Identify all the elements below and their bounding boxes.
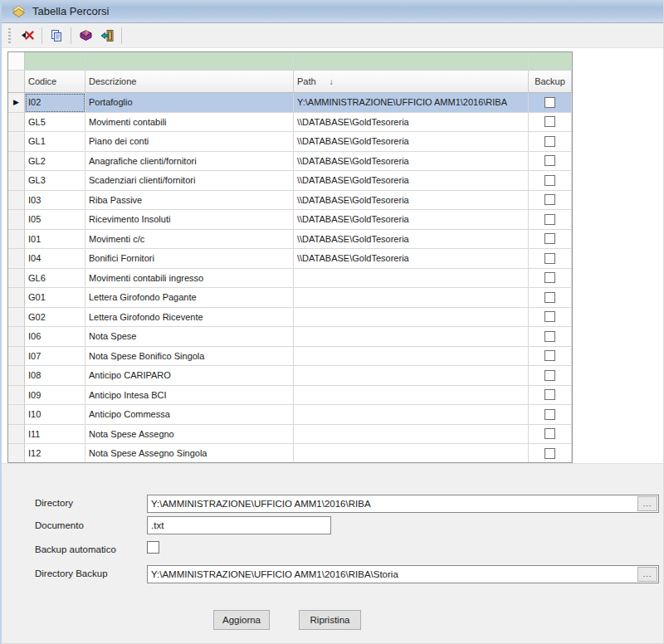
table-row[interactable]: G02Lettera Girofondo Ricevente (8, 308, 572, 328)
cell-backup[interactable] (529, 425, 572, 445)
directory-input[interactable] (148, 495, 637, 512)
cell-backup[interactable] (529, 366, 572, 386)
cell-path[interactable]: \\DATABASE\GoldTesoreria (294, 191, 529, 211)
table-row[interactable]: GL1Piano dei conti\\DATABASE\GoldTesorer… (8, 132, 572, 152)
aggiorna-button[interactable]: Aggiorna (213, 610, 270, 630)
cell-codice[interactable]: I05 (25, 210, 85, 230)
table-row[interactable]: I04Bonifici Fornitori\\DATABASE\GoldTeso… (8, 249, 572, 269)
backup-checkbox[interactable] (544, 233, 555, 244)
cell-path[interactable]: \\DATABASE\GoldTesoreria (294, 210, 529, 230)
row-selector[interactable] (8, 249, 25, 269)
row-selector[interactable] (8, 191, 25, 211)
backup-checkbox[interactable] (544, 370, 555, 381)
row-selector[interactable] (8, 71, 25, 93)
row-selector[interactable] (8, 405, 25, 425)
table-row[interactable]: GL3Scadenziari clienti/fornitori\\DATABA… (8, 171, 572, 191)
table-row[interactable]: I07Nota Spese Bonifico Singola (8, 347, 572, 367)
row-selector[interactable] (8, 210, 25, 230)
cell-path[interactable]: \\DATABASE\GoldTesoreria (294, 249, 529, 269)
cell-backup[interactable] (529, 288, 572, 308)
backup-checkbox[interactable] (544, 389, 555, 400)
row-selector[interactable] (8, 113, 25, 133)
filter-cell-path[interactable] (294, 52, 529, 71)
cell-codice[interactable]: I11 (25, 425, 85, 445)
cell-backup[interactable] (529, 132, 572, 152)
toolbar-grip[interactable] (8, 28, 11, 43)
table-row[interactable]: I01Movimenti c/c\\DATABASE\GoldTesoreria (8, 230, 572, 250)
row-selector[interactable] (8, 230, 25, 250)
backup-checkbox[interactable] (544, 272, 555, 283)
cell-backup[interactable] (529, 386, 572, 406)
directory-backup-browse-button[interactable]: ... (637, 567, 657, 582)
table-row[interactable]: GL2Anagrafiche clienti/fornitori\\DATABA… (8, 152, 572, 172)
cell-path[interactable] (294, 269, 529, 289)
cell-backup[interactable] (529, 152, 572, 172)
table-row[interactable]: I08Anticipo CARIPARO (8, 366, 572, 386)
directory-backup-input[interactable] (148, 566, 637, 583)
cell-codice[interactable]: GL2 (25, 152, 85, 172)
row-selector[interactable] (8, 132, 25, 152)
table-row[interactable]: GL5Movimenti contabili\\DATABASE\GoldTes… (8, 113, 572, 133)
row-selector[interactable] (8, 52, 25, 71)
cell-codice[interactable]: GL6 (25, 269, 85, 289)
cell-descrizione[interactable]: Anticipo Commessa (85, 405, 294, 425)
directory-browse-button[interactable]: ... (637, 496, 657, 511)
help-button[interactable]: ? (75, 26, 96, 46)
cell-path[interactable] (294, 444, 529, 463)
cell-descrizione[interactable]: Nota Spese Assegno Singola (85, 444, 294, 463)
table-row[interactable]: I03Riba Passive\\DATABASE\GoldTesoreria (8, 191, 572, 211)
backup-checkbox[interactable] (544, 175, 555, 186)
cell-descrizione[interactable]: Movimenti c/c (85, 230, 294, 250)
table-row[interactable]: GL6Movimenti contabili ingresso (8, 269, 572, 289)
column-header-backup[interactable]: Backup (529, 71, 572, 93)
cell-path[interactable] (294, 308, 529, 328)
cell-codice[interactable]: GL5 (25, 113, 85, 133)
backup-checkbox[interactable] (544, 253, 555, 264)
copy-button[interactable] (46, 26, 67, 46)
cell-backup[interactable] (529, 405, 572, 425)
cell-descrizione[interactable]: Scadenziari clienti/fornitori (85, 171, 294, 191)
column-header-codice[interactable]: Codice (25, 71, 85, 93)
cell-backup[interactable] (529, 308, 572, 328)
row-selector[interactable] (8, 386, 25, 406)
filter-cell-codice[interactable] (25, 52, 85, 71)
backup-checkbox[interactable] (544, 311, 555, 322)
cell-descrizione[interactable]: Riba Passive (85, 191, 294, 211)
cell-path[interactable] (294, 366, 529, 386)
backup-checkbox[interactable] (544, 350, 555, 361)
cell-descrizione[interactable]: Movimenti contabili (85, 113, 294, 133)
row-selector[interactable] (8, 366, 25, 386)
table-row[interactable]: I09Anticipo Intesa BCI (8, 386, 572, 406)
cell-path[interactable]: \\DATABASE\GoldTesoreria (294, 132, 529, 152)
cell-backup[interactable] (529, 93, 572, 113)
column-header-descrizione[interactable]: Descrizione (85, 71, 294, 93)
cell-path[interactable]: \\DATABASE\GoldTesoreria (294, 171, 529, 191)
cell-backup[interactable] (529, 113, 572, 133)
backup-automatico-checkbox[interactable] (147, 541, 159, 554)
backup-checkbox[interactable] (544, 292, 555, 303)
ripristina-button[interactable]: Ripristina (299, 610, 361, 630)
cell-descrizione[interactable]: Anticipo Intesa BCI (85, 386, 294, 406)
cell-backup[interactable] (529, 347, 572, 367)
backup-checkbox[interactable] (544, 448, 555, 459)
cell-codice[interactable]: I06 (25, 327, 85, 347)
table-row[interactable]: I10Anticipo Commessa (8, 405, 572, 425)
cell-codice[interactable]: I08 (25, 366, 85, 386)
cell-backup[interactable] (529, 249, 572, 269)
cell-descrizione[interactable]: Nota Spese (85, 327, 294, 347)
cell-descrizione[interactable]: Piano dei conti (85, 132, 294, 152)
cell-descrizione[interactable]: Lettera Girofondo Pagante (85, 288, 294, 308)
row-selector[interactable] (8, 288, 25, 308)
cell-codice[interactable]: GL1 (25, 132, 85, 152)
cell-codice[interactable]: I10 (25, 405, 85, 425)
table-row[interactable]: I05Ricevimento Insoluti\\DATABASE\GoldTe… (8, 210, 572, 230)
cell-descrizione[interactable]: Movimenti contabili ingresso (85, 269, 294, 289)
cell-path[interactable]: \\DATABASE\GoldTesoreria (294, 152, 529, 172)
cell-codice[interactable]: G01 (25, 288, 85, 308)
cell-descrizione[interactable]: Lettera Girofondo Ricevente (85, 308, 294, 328)
cell-backup[interactable] (529, 230, 572, 250)
backup-checkbox[interactable] (544, 136, 555, 147)
exit-button[interactable] (96, 26, 118, 46)
backup-checkbox[interactable] (544, 194, 555, 205)
cell-descrizione[interactable]: Bonifici Fornitori (85, 249, 294, 269)
